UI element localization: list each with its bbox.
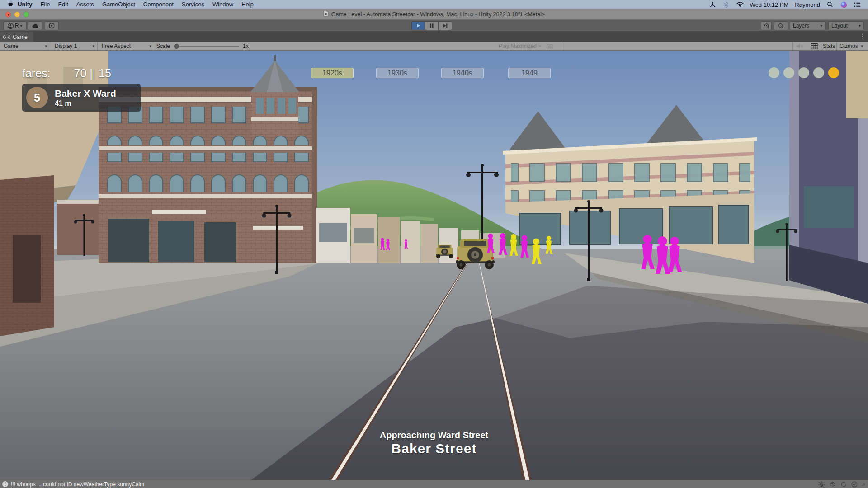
decade-button-1930s[interactable]: 1930s bbox=[376, 68, 419, 78]
layers-label: Layers bbox=[793, 23, 809, 29]
grid-overlay-icon[interactable] bbox=[811, 42, 818, 50]
layout-dropdown[interactable]: Layout ▾ bbox=[828, 21, 864, 30]
stats-label: Stats bbox=[823, 43, 835, 49]
plastic-scm-icon bbox=[49, 23, 55, 29]
document-icon bbox=[323, 10, 329, 18]
street-name-text: Baker Street bbox=[0, 441, 868, 456]
far-right-purple-building bbox=[789, 51, 868, 304]
stop-name: Baker X Ward bbox=[55, 88, 116, 99]
chevron-down-icon: ▾ bbox=[20, 23, 23, 28]
scale-slider-track[interactable] bbox=[176, 46, 239, 47]
console-message[interactable]: !!! whoops ... could not ID newWeatherTy… bbox=[11, 481, 144, 488]
decade-button-1920s[interactable]: 1920s bbox=[311, 68, 354, 78]
menu-item-window[interactable]: Window bbox=[208, 0, 237, 9]
display-dropdown[interactable]: Display 1▾ bbox=[55, 42, 94, 50]
layout-label: Layout bbox=[831, 23, 848, 29]
play-icon bbox=[416, 23, 420, 28]
tab-game-label: Game bbox=[13, 34, 28, 40]
chevron-down-icon: ▾ bbox=[861, 44, 863, 48]
decade-button-1940s[interactable]: 1940s bbox=[441, 68, 484, 78]
gamepad-icon bbox=[3, 35, 10, 39]
chevron-down-icon: ▾ bbox=[45, 44, 47, 48]
menu-item-unity[interactable]: Unity bbox=[14, 0, 37, 9]
route-dot bbox=[769, 67, 779, 78]
layers-dropdown[interactable]: Layers ▾ bbox=[790, 21, 826, 30]
gizmos-label: Gizmos bbox=[840, 43, 858, 49]
menu-item-edit[interactable]: Edit bbox=[54, 0, 72, 9]
game-mode-label: Game bbox=[4, 43, 19, 49]
panel-menu-icon[interactable]: ⋮ bbox=[859, 33, 865, 39]
aspect-label: Free Aspect bbox=[102, 43, 131, 49]
resize-grip[interactable] bbox=[862, 483, 865, 486]
game-view-toolbar: Game▾ Display 1▾ Free Aspect▾ Scale 1x P… bbox=[0, 42, 868, 51]
approaching-text: Approaching Ward Street bbox=[0, 430, 868, 441]
stop-number-badge: 5 bbox=[26, 87, 48, 108]
scale-slider-knob[interactable] bbox=[174, 44, 179, 49]
history-clock-icon bbox=[764, 23, 769, 29]
pause-icon bbox=[430, 23, 434, 28]
unity-hub-status-icon[interactable] bbox=[709, 1, 717, 8]
next-stop-panel: 5 Baker X Ward 41 m bbox=[22, 84, 141, 112]
chevron-down-icon: ▾ bbox=[820, 23, 822, 28]
control-center-icon[interactable] bbox=[854, 1, 861, 8]
menu-item-component[interactable]: Component bbox=[139, 0, 178, 9]
menu-item-gameobject[interactable]: GameObject bbox=[98, 0, 139, 9]
debugger-disabled-icon[interactable] bbox=[818, 481, 825, 488]
menu-item-file[interactable]: File bbox=[37, 0, 54, 9]
street-scene-render bbox=[0, 51, 868, 480]
person-icon bbox=[8, 23, 14, 29]
wifi-icon[interactable] bbox=[736, 1, 744, 8]
search-button[interactable] bbox=[774, 21, 788, 30]
scale-label: Scale bbox=[156, 42, 170, 50]
mute-audio-icon[interactable] bbox=[796, 42, 803, 50]
chevron-down-icon: ▾ bbox=[859, 23, 861, 28]
game-mode-dropdown[interactable]: Game▾ bbox=[4, 42, 47, 50]
stop-distance: 41 m bbox=[55, 99, 116, 108]
progress-check-icon[interactable] bbox=[851, 481, 858, 488]
account-initial: R bbox=[15, 23, 19, 29]
decade-button-1949[interactable]: 1949 bbox=[508, 68, 551, 78]
zoom-window-button[interactable] bbox=[24, 12, 29, 17]
version-control-button[interactable] bbox=[45, 21, 59, 30]
menu-item-services[interactable]: Services bbox=[178, 0, 208, 9]
step-button[interactable] bbox=[439, 21, 452, 30]
aspect-ratio-dropdown[interactable]: Free Aspect▾ bbox=[102, 42, 151, 50]
menu-item-help[interactable]: Help bbox=[237, 0, 258, 9]
cloud-services-button[interactable] bbox=[28, 21, 42, 30]
account-dropdown[interactable]: R ▾ bbox=[3, 21, 27, 30]
tab-game[interactable]: Game bbox=[0, 32, 33, 42]
panel-tab-strip: Game ⋮ bbox=[0, 32, 868, 42]
apple-menu-icon[interactable] bbox=[6, 1, 14, 8]
unity-toolbar: R ▾ Layers ▾ bbox=[0, 20, 868, 32]
autorefresh-disabled-icon[interactable] bbox=[840, 481, 847, 488]
gizmos-dropdown[interactable]: Gizmos▾ bbox=[840, 42, 863, 50]
chevron-down-icon: ▾ bbox=[92, 44, 94, 48]
route-progress-dots bbox=[769, 67, 839, 78]
pause-button[interactable] bbox=[425, 21, 439, 30]
status-bar[interactable]: ! !!! whoops ... could not ID newWeather… bbox=[0, 480, 868, 488]
chevron-down-icon: ▾ bbox=[149, 44, 151, 48]
decade-selector: 1920s 1930s 1940s 1949 bbox=[0, 68, 868, 78]
spotlight-search-icon[interactable] bbox=[826, 1, 834, 8]
window-title: Game Level - Automata Streetcar - Window… bbox=[331, 11, 545, 18]
fast-user-switch[interactable]: Raymond bbox=[795, 1, 820, 8]
siri-icon[interactable] bbox=[840, 1, 847, 8]
display-label: Display 1 bbox=[55, 43, 77, 49]
play-button[interactable] bbox=[411, 21, 425, 30]
capture-icon[interactable] bbox=[547, 42, 553, 50]
stats-toggle[interactable]: Stats bbox=[823, 42, 835, 50]
bluetooth-icon[interactable] bbox=[723, 1, 730, 8]
chevron-down-icon: ▾ bbox=[539, 44, 541, 48]
play-maximized-dropdown[interactable]: Play Maximized▾ bbox=[499, 42, 541, 50]
route-dot bbox=[783, 67, 794, 78]
close-window-button[interactable] bbox=[5, 12, 11, 17]
scale-value: 1x bbox=[243, 42, 249, 50]
collab-disabled-icon[interactable] bbox=[829, 481, 836, 488]
window-title-bar[interactable]: Game Level - Automata Streetcar - Window… bbox=[0, 9, 868, 20]
minimize-window-button[interactable] bbox=[14, 12, 20, 17]
search-icon bbox=[778, 23, 784, 29]
undo-history-button[interactable] bbox=[761, 21, 772, 30]
menu-item-assets[interactable]: Assets bbox=[72, 0, 98, 9]
game-viewport[interactable]: fares: 70 || 15 5 Baker X Ward 41 m 1920… bbox=[0, 51, 868, 480]
clock[interactable]: Wed 10:12 PM bbox=[750, 1, 789, 8]
